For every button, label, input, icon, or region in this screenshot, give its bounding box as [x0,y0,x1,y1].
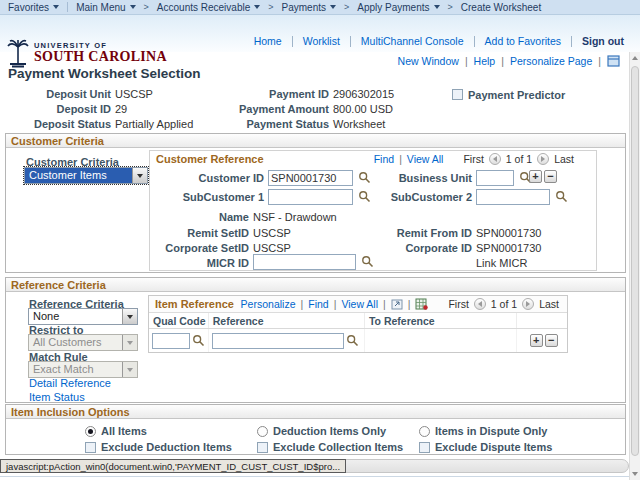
selected-option: All Customers [29,335,122,350]
view-all-link[interactable]: View All [407,153,444,165]
subcustomer2-input[interactable] [476,189,550,205]
business-unit-input[interactable] [476,170,514,186]
multichannel-console-link[interactable]: MultiChannel Console [351,35,474,47]
page-toolbar: New Window | Help | Personalize Page | [398,55,620,67]
delete-row-button[interactable]: − [544,170,557,183]
qual-code-input[interactable] [152,333,190,349]
next-row-button[interactable] [537,153,549,165]
chevron-down-icon [130,5,136,9]
usc-logo-text: UNIVERSITY OF SOUTH CAROLINA [34,41,167,65]
breadcrumb-apply-payments[interactable]: Apply Payments [357,2,439,13]
scroll-up-arrow-icon[interactable] [632,56,638,60]
delete-row-button[interactable]: − [545,334,558,347]
chevron-down-icon [53,5,59,9]
dropdown-arrow-icon [122,362,137,377]
find-link[interactable]: Find [374,153,394,165]
subcustomer2-label: SubCustomer 2 [350,191,472,203]
actions-column-header [517,313,567,328]
micr-id-input[interactable] [253,254,356,270]
subcustomer1-input[interactable] [268,189,353,205]
lookup-icon[interactable] [361,255,374,268]
payment-predictor-label: Payment Predictor [468,89,569,101]
breadcrumb-separator: > [144,2,149,12]
download-to-excel-icon[interactable] [415,298,428,310]
reference-criteria-select[interactable]: None [28,308,138,325]
items-in-dispute-only-radio[interactable] [419,426,430,437]
all-items-label: All Items [101,425,147,437]
window-bottom-edge [0,476,640,477]
breadcrumb-separator: > [268,2,273,12]
lookup-icon[interactable] [555,190,568,203]
personalize-link[interactable]: Personalize [241,298,296,310]
divider: | [465,55,468,67]
worklist-link[interactable]: Worklist [293,35,350,47]
customer-id-input[interactable] [268,170,353,186]
status-bar-tooltip: javascript:pAction_win0(document.win0,'P… [0,459,346,473]
row-count: 1 of 1 [506,153,532,165]
lookup-icon[interactable] [346,334,359,347]
restrict-to-select: All Customers [28,334,138,351]
summary-row: Deposit ID 29 [0,101,127,116]
previous-row-button[interactable] [489,153,501,165]
lookup-icon[interactable] [192,334,205,347]
all-items-radio[interactable] [85,426,96,437]
previous-row-button[interactable] [474,298,486,310]
help-link[interactable]: Help [474,55,496,67]
exclude-dispute-items-checkbox[interactable] [419,442,430,453]
copy-url-icon[interactable] [607,55,620,67]
personalize-page-link[interactable]: Personalize Page [510,55,592,67]
breadcrumb-main-menu[interactable]: Main Menu [76,2,135,13]
items-in-dispute-only-option: Items in Dispute Only [419,425,547,437]
breadcrumb-separator: > [448,2,453,12]
add-row-button[interactable]: + [530,334,543,347]
customer-criteria-section: Customer Criteria Customer Criteria Cust… [5,133,626,273]
payment-id-value: 2906302015 [333,88,394,100]
exclude-deduction-items-checkbox[interactable] [85,442,96,453]
home-link[interactable]: Home [244,35,292,47]
detail-reference-link[interactable]: Detail Reference [29,377,111,389]
deposit-unit-label: Deposit Unit [0,88,115,100]
deduction-items-only-radio[interactable] [257,426,268,437]
corporate-id-value: SPN0001730 [476,242,541,254]
item-status-link[interactable]: Item Status [29,391,85,403]
divider: | [501,55,504,67]
last-label: Last [539,298,559,310]
next-row-button[interactable] [522,298,534,310]
zoom-grid-icon[interactable] [391,299,403,310]
item-inclusion-options-section: Item Inclusion Options All Items Deducti… [5,404,626,455]
customer-reference-group: Customer Reference Find | View All First… [149,150,597,271]
scroll-down-arrow-icon[interactable] [632,472,638,476]
dropdown-arrow-icon[interactable] [132,168,147,183]
reference-cell [209,329,365,352]
breadcrumb-favorites[interactable]: Favorites [8,2,59,13]
add-to-favorites-link[interactable]: Add to Favorites [475,35,571,47]
reference-input[interactable] [212,333,344,349]
dropdown-arrow-icon[interactable] [122,309,137,324]
payment-status-label: Payment Status [220,118,333,130]
exclude-dispute-items-option: Exclude Dispute Items [419,441,552,453]
add-row-button[interactable]: + [529,170,542,183]
remove-icon: − [548,335,554,346]
sign-out-link[interactable]: Sign out [572,35,624,47]
exclude-collection-items-checkbox[interactable] [257,442,268,453]
view-all-link[interactable]: View All [341,298,378,310]
peoplesoft-window: Favorites Main Menu > Accounts Receivabl… [0,0,640,480]
corporate-setid-value: USCSP [253,242,291,254]
find-link[interactable]: Find [308,298,328,310]
breadcrumb-payments[interactable]: Payments [282,2,336,13]
breadcrumb-divider [67,2,68,12]
logo-line2: SOUTH CAROLINA [34,49,167,65]
vertical-scrollbar[interactable] [629,52,640,480]
chevron-down-icon [434,5,440,9]
breadcrumb-accounts-receivable[interactable]: Accounts Receivable [157,2,260,13]
payment-predictor-checkbox[interactable] [452,89,463,100]
remit-from-id-label: Remit From ID [350,227,472,239]
vertical-scrollbar-thumb[interactable] [631,66,639,456]
customer-criteria-select[interactable]: Customer Items [24,167,148,184]
business-unit-label: Business Unit [350,172,472,184]
breadcrumb-label: Create Worksheet [461,2,541,13]
last-label: Last [554,153,574,165]
add-icon: + [532,171,538,182]
subcustomer1-label: SubCustomer 1 [150,191,264,203]
new-window-link[interactable]: New Window [398,55,459,67]
